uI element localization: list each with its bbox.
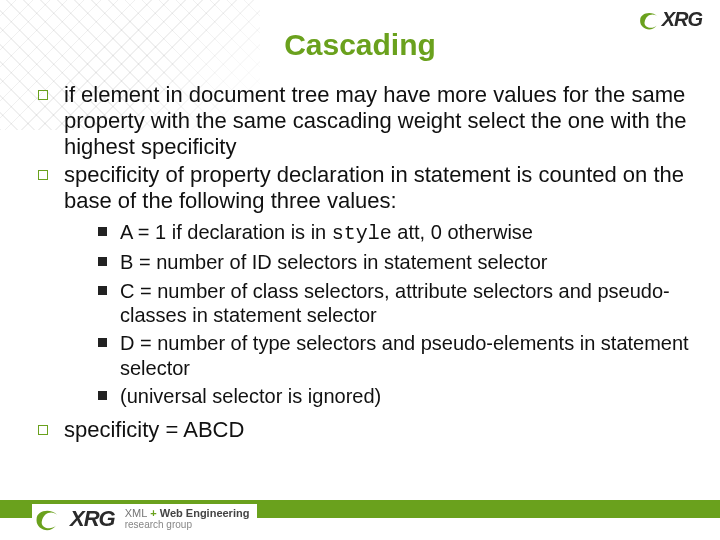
sub-bullet-item: (universal selector is ignored): [98, 384, 692, 408]
bullet-item: if element in document tree may have mor…: [36, 82, 692, 160]
sub-bullet-item: A = 1 if declaration is in style att, 0 …: [98, 220, 692, 246]
tagline-top: XML+Web Engineering: [125, 508, 250, 519]
bullet-text: if element in document tree may have mor…: [64, 82, 686, 159]
sub-bullet-text: D = number of type selectors and pseudo-…: [120, 332, 689, 378]
swoosh-icon: [34, 506, 60, 532]
sub-bullet-text: A = 1 if declaration is in: [120, 221, 332, 243]
sub-bullet-item: D = number of type selectors and pseudo-…: [98, 331, 692, 380]
footer-logo: XRG XML+Web Engineering research group: [32, 504, 257, 534]
footer-logo-text: XRG: [70, 506, 115, 532]
bullet-item: specificity = ABCD: [36, 417, 692, 443]
slide-body: if element in document tree may have mor…: [36, 82, 692, 444]
code-text: style: [332, 222, 392, 245]
sub-bullet-text: B = number of ID selectors in statement …: [120, 251, 547, 273]
bullet-item: specificity of property declaration in s…: [36, 162, 692, 409]
slide-title: Cascading: [0, 28, 720, 62]
sub-bullet-item: B = number of ID selectors in statement …: [98, 250, 692, 274]
sub-bullet-item: C = number of class selectors, attribute…: [98, 279, 692, 328]
plus-icon: +: [150, 507, 156, 519]
bullet-text: specificity of property declaration in s…: [64, 162, 684, 213]
tagline-bottom: research group: [125, 520, 250, 530]
sub-bullet-text: C = number of class selectors, attribute…: [120, 280, 670, 326]
bullet-text: specificity = ABCD: [64, 417, 244, 442]
sub-bullet-text: (universal selector is ignored): [120, 385, 381, 407]
sub-bullet-text: att, 0 otherwise: [392, 221, 533, 243]
footer-tagline: XML+Web Engineering research group: [125, 508, 250, 530]
